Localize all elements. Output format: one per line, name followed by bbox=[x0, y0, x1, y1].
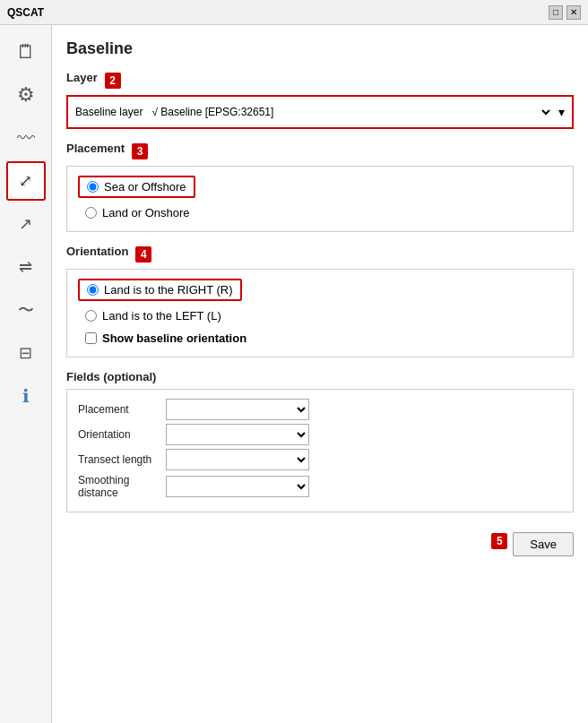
layer-section-label-row: Layer 2 bbox=[66, 71, 574, 90]
land-left-radio[interactable] bbox=[85, 310, 97, 322]
arrows-icon: ↗ bbox=[19, 216, 32, 232]
orientation-field-label: Orientation bbox=[78, 428, 159, 441]
placement-field-label: Placement bbox=[78, 403, 159, 416]
smoothing-distance-field-row: Smoothing distance bbox=[78, 474, 562, 499]
waves-icon: 〰 bbox=[17, 129, 35, 147]
title-bar: QSCAT □ ✕ bbox=[0, 0, 588, 25]
doc-icon: 🗒 bbox=[16, 42, 36, 62]
stats-icon: ⊟ bbox=[19, 345, 32, 361]
app-title: QSCAT bbox=[7, 6, 44, 19]
save-badge: 5 bbox=[491, 533, 507, 549]
placement-badge: 3 bbox=[132, 143, 148, 159]
baseline-layer-select[interactable]: √ Baseline [EPSG:32651] bbox=[148, 100, 553, 124]
transect-length-field-select[interactable] bbox=[166, 449, 309, 470]
orientation-field-row: Orientation bbox=[78, 424, 562, 445]
baseline-layer-label: Baseline layer bbox=[75, 106, 143, 118]
show-baseline-checkbox[interactable] bbox=[85, 332, 97, 344]
fields-section: Fields (optional) Placement Orientation … bbox=[66, 370, 574, 512]
orientation-label: Orientation bbox=[66, 245, 128, 258]
close-button[interactable]: ✕ bbox=[566, 5, 581, 20]
layer-badge: 2 bbox=[105, 73, 121, 89]
sidebar-item-stats[interactable]: ⊟ bbox=[6, 333, 46, 373]
sidebar: 🗒 ⚙ 〰 ⤢ ↗ ⇌ 〜 ⊟ ℹ bbox=[0, 25, 52, 723]
save-container: 5 Save bbox=[66, 525, 574, 556]
smoothing-distance-field-select[interactable] bbox=[166, 476, 309, 497]
page-title: Baseline bbox=[66, 39, 574, 58]
sidebar-item-waves[interactable]: 〰 bbox=[6, 118, 46, 158]
land-onshore-label: Land or Onshore bbox=[102, 206, 190, 219]
land-right-radio[interactable] bbox=[87, 284, 99, 296]
save-button[interactable]: Save bbox=[513, 532, 574, 556]
transect-length-field-label: Transect length bbox=[78, 453, 159, 466]
sidebar-item-transect[interactable]: ⇌ bbox=[6, 247, 46, 287]
sidebar-item-shore[interactable]: 〜 bbox=[6, 290, 46, 330]
sidebar-item-info[interactable]: ℹ bbox=[6, 376, 46, 416]
window-controls[interactable]: □ ✕ bbox=[549, 5, 581, 20]
info-icon: ℹ bbox=[22, 387, 30, 405]
placement-label: Placement bbox=[66, 142, 125, 155]
placement-field-row: Placement bbox=[78, 399, 562, 420]
orientation-badge: 4 bbox=[135, 246, 151, 263]
show-baseline-label: Show baseline orientation bbox=[102, 331, 246, 345]
land-onshore-radio[interactable] bbox=[85, 207, 97, 219]
layer-select-arrow: ▾ bbox=[558, 105, 565, 119]
gear-icon: ⚙ bbox=[17, 85, 35, 105]
fields-label: Fields (optional) bbox=[66, 370, 574, 383]
placement-field-select[interactable] bbox=[166, 399, 309, 420]
sidebar-item-document[interactable]: 🗒 bbox=[6, 32, 46, 72]
sea-offshore-label: Sea or Offshore bbox=[104, 180, 186, 194]
main-content: Baseline Layer 2 Baseline layer √ Baseli… bbox=[52, 25, 588, 723]
land-left-label: Land is to the LEFT (L) bbox=[102, 309, 221, 323]
baseline-icon: ⤢ bbox=[19, 173, 32, 189]
app-title-area: QSCAT bbox=[7, 6, 44, 19]
sidebar-item-baseline[interactable]: ⤢ bbox=[6, 161, 46, 201]
placement-section: Placement 3 Sea or Offshore Land or Onsh… bbox=[66, 142, 574, 232]
orientation-section-label-row: Orientation 4 bbox=[66, 245, 574, 263]
sidebar-item-arrows[interactable]: ↗ bbox=[6, 204, 46, 244]
transect-length-field-row: Transect length bbox=[78, 449, 562, 470]
smoothing-distance-field-label: Smoothing distance bbox=[78, 474, 159, 499]
transect-icon: ⇌ bbox=[19, 259, 32, 275]
orientation-field-select[interactable] bbox=[166, 424, 309, 445]
land-right-label: Land is to the RIGHT (R) bbox=[104, 283, 233, 297]
placement-section-label-row: Placement 3 bbox=[66, 142, 574, 160]
layer-section: Layer 2 Baseline layer √ Baseline [EPSG:… bbox=[66, 71, 574, 129]
orientation-section: Orientation 4 Land is to the RIGHT (R) L… bbox=[66, 245, 574, 357]
sea-offshore-radio[interactable] bbox=[87, 181, 99, 193]
layer-label: Layer bbox=[66, 71, 98, 84]
shore-icon: 〜 bbox=[18, 302, 34, 318]
sidebar-item-settings[interactable]: ⚙ bbox=[6, 75, 46, 115]
minimize-button[interactable]: □ bbox=[549, 5, 563, 20]
